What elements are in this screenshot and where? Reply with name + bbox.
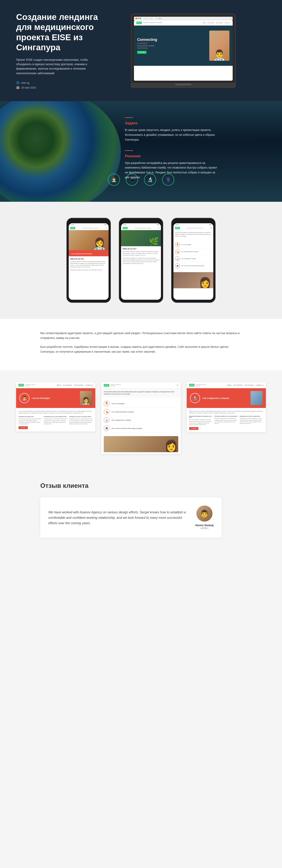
pharma-option-text: I am a pharmaceutical company	[181, 251, 198, 252]
hero-date: 📅 20 мая 2020	[16, 86, 101, 89]
desktop-1-nav-about[interactable]: About	[57, 384, 61, 386]
desktop-2-options: 👨‍⚕️ I am an Oncologist 💊 I am a pharmac…	[101, 398, 180, 434]
phone-3-option-pharma[interactable]: 💊 I am a pharmaceutical company	[175, 248, 212, 255]
phone-2-menu-icon[interactable]: ≡	[158, 227, 159, 229]
site-join-button[interactable]: Join EISE	[137, 51, 146, 54]
desktop-3-columns: Keeping Oncologists and patients up to d…	[189, 415, 263, 426]
phone-3-option-diagnostics[interactable]: 🔬 I am a diagnostics company	[175, 255, 212, 262]
desktop-3-col2-title: Providing a platform for communication	[214, 415, 238, 417]
phone-3-option-tech[interactable]: 💻 I am a cancer-focused technology compa…	[175, 262, 212, 269]
desktop-3-body-text: Diagnostic tests are crucial for early d…	[189, 410, 263, 414]
desktop-3-col3-title: Equipping you with the opportunity	[240, 415, 263, 417]
eise-pharma-icon: 💊	[104, 409, 109, 414]
desktop-2-option-oncologist[interactable]: 👨‍⚕️ I am an Oncologist	[104, 400, 178, 408]
review-section: Отзыв клиента We have worked with Asanov…	[0, 466, 282, 554]
site-logo-subtitle: A Nationwide Healthcare Corporation	[142, 22, 162, 23]
zadacha-text: В сжатые сроки запустить лендинг, успеть…	[125, 128, 218, 142]
hero-description: Проект EISE создан сингапурскими онколог…	[16, 58, 101, 75]
phone-1-text2: Keeping Oncologists and patients up to d…	[70, 269, 107, 271]
close-window-btn	[136, 18, 137, 19]
desktop-1-nav-contact[interactable]: Contact us	[85, 384, 93, 386]
phone-1-text1: Fueled by a desire to meet the most sign…	[70, 261, 107, 268]
desktop-1-logo-box: EISE	[19, 384, 24, 386]
desktop-1-nav-get-involved[interactable]: Get Involved	[74, 384, 83, 386]
desktop-3-hero-icon: 🔬	[190, 393, 200, 403]
site-hero-text: Connecting Oncologists Pharmaceutical Co…	[137, 38, 206, 54]
phone-1-body: 13:56 ●●● EISE A Nationwide Healthcare C…	[66, 218, 111, 303]
phone-2-screen: 13:56 ●●● EISE A Nationwide Healthcare C…	[121, 223, 161, 300]
phone-3-intro-text: Project EISE enables these likeminded pr…	[173, 230, 213, 240]
desktop-1-col-3: Granting an access to exclusive offers G…	[69, 416, 93, 425]
phone-1-status: 13:56 ●●●	[69, 223, 109, 226]
desktop-2-logo-subtitle: A Nationwide HealthcareCorporation	[110, 384, 121, 386]
desktop-1-hero-icon: 👨‍⚕️	[19, 393, 29, 403]
desktop-1-hero-text: I am an Oncologist	[32, 397, 78, 399]
phone-3-text1: Project EISE enables these likeminded pr…	[175, 232, 212, 237]
calendar-icon: 📅	[16, 86, 20, 89]
nav-link-contact[interactable]: Contact us	[224, 22, 230, 23]
desktop-3-col3-text: Equipping you with the opportunity to pr…	[240, 417, 263, 424]
desktop-1-col3-text: Granting an access to exclusive offers p…	[69, 418, 93, 425]
phone-1-logo: EISE	[70, 227, 75, 229]
desktop-3-content: Diagnostic tests are crucial for early d…	[187, 408, 266, 432]
nav-link-get-involved[interactable]: Get Involved	[216, 22, 223, 23]
hero-meta: 🌐 eise.sg 📅 20 мая 2020	[16, 81, 101, 89]
desktop-2-option-diagnostics[interactable]: 🔬 I am a diagnostics company	[104, 416, 178, 424]
phone-2-hero-image	[121, 230, 161, 246]
desktop-2-navbar: EISE A Nationwide HealthcareCorporation …	[101, 382, 180, 389]
phone-3-screen: 13:58 ●●● EISE A Nationwide Healthcare C…	[173, 223, 213, 300]
desktop-2-menu-icon[interactable]: ≡	[177, 384, 178, 386]
desktop-1-navbar: EISE A Nationwide HealthcareCorporation …	[16, 382, 95, 388]
desktop-2-option-pharma[interactable]: 💊 I am a pharmaceutical company	[104, 408, 178, 416]
nav-link-about[interactable]: About	[203, 22, 206, 23]
site-hero-cancer: Cancer Services	[137, 47, 206, 49]
desktop-3-hero-text: I am a diagnostics company	[202, 397, 248, 399]
phone-1-content: What do we do? Fueled by a desire to mee…	[69, 256, 109, 274]
address-bar[interactable]: eise.sg	[157, 18, 230, 20]
desktop-2-logo: EISE A Nationwide HealthcareCorporation	[104, 384, 121, 386]
phone-1-menu-icon[interactable]: ≡	[106, 227, 107, 229]
diagnostics-option-text: I am a diagnostics company	[181, 258, 196, 259]
laptop-base	[131, 84, 236, 88]
zadacha-title: Задача	[125, 121, 218, 125]
browser-tab[interactable]: New Tab - Yandex	[142, 18, 155, 20]
phone-2-time: 13:56	[123, 224, 126, 225]
eise-oncologist-text: I am an Oncologist	[111, 403, 124, 405]
desktop-3-nav-about[interactable]: About	[227, 384, 231, 386]
phone-2-text2: We do this by creating an ecosystem of c…	[123, 257, 159, 265]
desktop-1-col1-title: Providing up-to-date news	[19, 416, 42, 417]
desktop-1-nav-links: About Our Partners Get Involved Contact …	[57, 384, 93, 386]
phone-3-option-oncologist[interactable]: 👨‍⚕️ I am an Oncologist	[175, 241, 212, 248]
desktop-1-nav-partners[interactable]: Our Partners	[63, 384, 72, 386]
desktop-1-content: As the primary healthcare professional f…	[16, 408, 95, 432]
desktop-2-option-tech[interactable]: 💻 I am a cancer-focused technology compa…	[104, 424, 178, 433]
phone-2-logo: EISE	[123, 227, 128, 229]
minimize-window-btn	[138, 18, 139, 19]
desktop-3-col1-text: Keeping Oncologists and patients up to d…	[189, 419, 213, 426]
phone-3-nav: EISE A Nationwide Healthcare Corporation…	[173, 226, 213, 230]
desktop-1-join-button[interactable]: Join EISE	[19, 426, 28, 429]
site-hero-oncologists: Oncologists	[137, 42, 206, 44]
review-card: We have worked with Asanov Agency on var…	[40, 497, 222, 538]
oncologist-icon: 👨‍⚕️	[175, 242, 180, 247]
nav-link-partners[interactable]: Our Partners	[207, 22, 214, 23]
desktop-1-col-2: Positioning you as a key opinion leader …	[44, 416, 68, 425]
browser-topbar: New Tab - Yandex eise.sg	[134, 17, 233, 20]
tech-icon: 💻	[175, 263, 180, 268]
desktop-3-navbar: EISE A Nationwide HealthcareCorporation …	[187, 382, 266, 388]
reshenie-block: Решение При разработке интерфейса мы реш…	[125, 150, 218, 180]
desktop-3-join-button[interactable]: Join EISE	[189, 427, 198, 430]
desktop-3-col1-title: Keeping Oncologists and patients up to d…	[189, 415, 213, 418]
desktop-3-nav-contact[interactable]: Contact us	[256, 384, 263, 386]
phone-3-battery: ●●●	[209, 224, 211, 225]
desktop-3-nav-get-involved[interactable]: Get Involved	[245, 384, 254, 386]
desktop-1-logo-subtitle: A Nationwide HealthcareCorporation	[25, 384, 36, 386]
phone-3-menu-icon[interactable]: ≡	[210, 227, 212, 229]
phone-3-options-list: 👨‍⚕️ I am an Oncologist 💊 I am a pharmac…	[173, 240, 213, 271]
desktop-1-hero: 👨‍⚕️ I am an Oncologist 👩‍⚕️	[16, 388, 95, 408]
review-quote-text: We have worked with Asanov Agency on var…	[48, 509, 187, 526]
phone-2-body: 13:56 ●●● EISE A Nationwide Healthcare C…	[119, 218, 163, 303]
desktop-screen-2: EISE A Nationwide HealthcareCorporation …	[101, 382, 180, 454]
hero-content-left: Создание лендинга для медицинского проек…	[16, 12, 101, 89]
desktop-3-nav-partners[interactable]: Our Partners	[233, 384, 243, 386]
